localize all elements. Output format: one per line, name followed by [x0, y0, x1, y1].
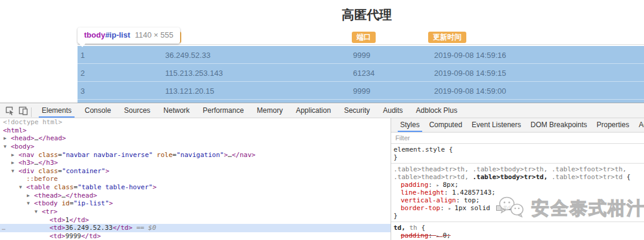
dom-tree-node[interactable]: ▼<table class="table table-hover"> [0, 183, 391, 192]
watermark-text: 安全泰式柑汁 [531, 196, 644, 221]
expander-expanded-icon[interactable]: ▼ [4, 143, 7, 151]
devtools-tab-application[interactable]: Application [289, 104, 338, 118]
expander-collapsed-icon[interactable]: ▶ [4, 134, 7, 143]
devtools-inspect-tooltip: tbody#ip-list1140 × 555 [78, 27, 180, 44]
ip-cell: 36.249.52.33 [165, 51, 210, 60]
update-time-cell: 2019-09-08 14:59:00 [434, 87, 506, 96]
page-title: 高匿代理 [0, 7, 644, 23]
watermark: 安全泰式柑汁 [498, 194, 644, 223]
sidebar-tab-event-listeners[interactable]: Event Listeners [467, 118, 526, 132]
update-time-cell: 2019-09-08 14:59:16 [434, 51, 506, 60]
css-rule-line[interactable]: } [394, 153, 644, 161]
styles-rules-list: element.style {}.table>thead>tr>th, .tab… [391, 144, 644, 240]
dom-tree-node[interactable]: ▼<tr> [0, 208, 391, 216]
gutter-ellipsis[interactable]: … [2, 224, 5, 232]
devtools-tab-network[interactable]: Network [157, 104, 196, 118]
css-rule-line[interactable]: td, th { [394, 224, 644, 232]
devtools-tab-elements[interactable]: Elements [35, 104, 78, 118]
dom-tree-node[interactable]: <!doctype html> [0, 118, 391, 127]
tooltip-pointer [79, 43, 86, 47]
css-rule-line[interactable]: element.style { [394, 146, 644, 153]
browser-page: 高匿代理 IP端口更新时间 136.249.52.3399992019-09-0… [0, 0, 644, 103]
sidebar-tab-properties[interactable]: Properties [592, 118, 634, 132]
inspect-element-icon[interactable] [4, 106, 17, 116]
port-cell: 61234 [353, 69, 374, 78]
rule-divider [391, 163, 644, 164]
styles-filter-bar[interactable]: Filter [391, 133, 644, 144]
devtools-toolbar: ElementsConsoleSourcesNetworkPerformance… [0, 104, 644, 118]
elements-dom-tree: <!doctype html><html>▶<head>…</head>▼<bo… [0, 118, 391, 240]
sidebar-tab-dom-breakpoints[interactable]: DOM Breakpoints [526, 118, 592, 132]
port-cell: 9999 [353, 87, 370, 96]
table-row: 2115.213.253.143612342019-09-08 14:59:15 [78, 64, 644, 82]
expander-collapsed-icon[interactable]: ▶ [11, 159, 14, 167]
dom-tree-node[interactable]: ::before [0, 175, 391, 183]
devtools-tab-sources[interactable]: Sources [117, 104, 157, 118]
tooltip-tag-name: tbody [84, 30, 105, 39]
expander-collapsed-icon[interactable]: ▶ [11, 151, 14, 159]
devtools-main-tabs: ElementsConsoleSourcesNetworkPerformance… [35, 104, 464, 118]
dom-tree-node[interactable]: ▼<tbody id="ip-list"> [0, 199, 391, 208]
dom-tree-node[interactable]: <html> [0, 127, 391, 135]
wechat-logo-icon [498, 194, 528, 223]
sidebar-tab-accessibility[interactable]: Accessibility [634, 118, 644, 132]
inspected-tbody-highlight: 136.249.52.3399992019-09-08 14:59:162115… [78, 46, 644, 103]
dom-tree-node[interactable]: ▶<nav class="navbar navbar-inverse" role… [0, 151, 391, 159]
expander-expanded-icon[interactable]: ▼ [27, 199, 30, 208]
screenshot-stage: 高匿代理 IP端口更新时间 136.249.52.3399992019-09-0… [0, 0, 644, 240]
table-row: 136.249.52.3399992019-09-08 14:59:16 [78, 46, 644, 64]
expander-collapsed-icon[interactable]: ▶ [27, 192, 30, 200]
row-number-cell: 3 [80, 87, 85, 96]
dom-tree-node[interactable]: ▶<thead>…</thead> [0, 192, 391, 200]
port-cell: 9999 [353, 51, 370, 60]
dom-tree-node[interactable]: ▶<head>…</head> [0, 134, 391, 143]
column-header-badge: 端口 [352, 32, 376, 43]
table-header-border [78, 44, 644, 45]
css-rule-line[interactable]: .table>thead>tr>th, .table>tbody>tr>th, … [394, 165, 644, 173]
styles-sidebar-tabs: StylesComputedEvent ListenersDOM Breakpo… [391, 118, 644, 133]
tooltip-element-id: #ip-list [105, 30, 130, 39]
styles-filter-input[interactable]: Filter [395, 134, 410, 141]
devtools-tab-security[interactable]: Security [338, 104, 376, 118]
column-header-badge: 更新时间 [428, 32, 466, 43]
row-number-cell: 1 [80, 51, 85, 60]
ip-cell: 115.213.253.143 [165, 69, 223, 78]
row-number-cell: 2 [80, 69, 85, 78]
tooltip-dimensions: 1140 × 555 [135, 30, 173, 39]
devtools-tab-performance[interactable]: Performance [196, 104, 250, 118]
css-rule-line[interactable]: .table>thead>tr>td, .table>tbody>tr>td, … [394, 173, 644, 181]
devtools-tab-adblock-plus[interactable]: Adblock Plus [410, 104, 464, 118]
device-toolbar-icon[interactable] [17, 106, 30, 116]
ip-cell: 113.121.20.15 [165, 87, 214, 96]
sidebar-tab-computed[interactable]: Computed [425, 118, 467, 132]
css-declaration[interactable]: padding: ▸ 0; [394, 232, 644, 239]
toolbar-separator [31, 107, 32, 117]
expander-expanded-icon[interactable]: ▼ [35, 208, 38, 216]
dom-tree-node[interactable]: <td>1</td> [0, 216, 391, 224]
dom-tree-node[interactable]: ▶<h3>…</h3> [0, 159, 391, 167]
dom-tree-node[interactable]: <td>9999</td> [0, 232, 391, 240]
expander-expanded-icon[interactable]: ▼ [19, 183, 22, 192]
sidebar-tab-styles[interactable]: Styles [395, 118, 425, 132]
expander-expanded-icon[interactable]: ▼ [11, 167, 14, 176]
css-declaration[interactable]: padding: ▸ 8px; [394, 181, 644, 189]
dom-tree-node[interactable]: ▼<div class="container"> [0, 167, 391, 176]
update-time-cell: 2019-09-08 14:59:15 [434, 69, 506, 78]
dom-tree-node[interactable]: …<td>36.249.52.33</td> == $0 [0, 224, 391, 232]
dom-tree-node[interactable]: ▼<body> [0, 143, 391, 151]
devtools-tab-audits[interactable]: Audits [376, 104, 409, 118]
devtools-tab-console[interactable]: Console [78, 104, 117, 118]
devtools-tab-memory[interactable]: Memory [250, 104, 289, 118]
table-row: 3113.121.20.1599992019-09-08 14:59:00 [78, 82, 644, 100]
